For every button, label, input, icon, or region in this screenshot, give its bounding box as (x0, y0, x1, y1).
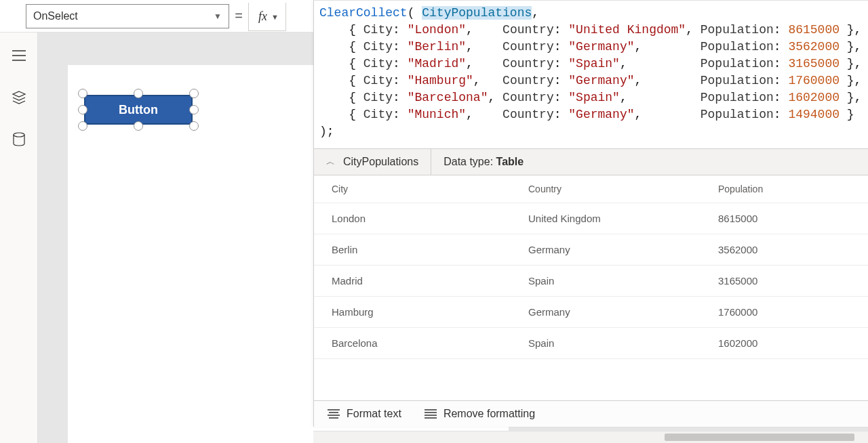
table-cell: Hamburg (332, 306, 528, 318)
property-selector-wrap: OnSelect ▼ (0, 0, 229, 28)
result-datatype-segment: Data type: Table (431, 149, 536, 175)
format-text-icon (328, 409, 340, 419)
table-header-cell[interactable]: City (332, 184, 528, 194)
property-selector-value: OnSelect (33, 10, 78, 22)
chevron-up-icon: ︿ (326, 156, 335, 168)
result-collection-segment[interactable]: ︿ CityPopulations (314, 149, 431, 175)
table-cell: Germany (528, 306, 718, 318)
table-header-row: City Country Population (314, 175, 868, 203)
property-selector[interactable]: OnSelect ▼ (26, 4, 229, 28)
result-bar: ︿ CityPopulations Data type: Table (314, 148, 868, 175)
remove-formatting-icon (425, 409, 437, 419)
resize-handle-top-left[interactable] (78, 89, 87, 98)
format-text-button[interactable]: Format text (328, 408, 401, 420)
remove-formatting-button[interactable]: Remove formatting (425, 408, 535, 420)
table-cell: 3562000 (718, 244, 860, 255)
layers-icon[interactable] (11, 89, 27, 106)
resize-handle-middle-left[interactable] (78, 105, 87, 114)
table-cell: Barcelona (332, 337, 528, 349)
data-type-label: Data type: (443, 156, 496, 167)
table-cell: Spain (528, 275, 718, 287)
resize-handle-bottom-left[interactable] (78, 121, 87, 131)
chevron-down-icon: ▼ (271, 13, 279, 21)
database-icon[interactable] (11, 131, 27, 148)
equals-sign: = (229, 0, 248, 24)
horizontal-scrollbar[interactable] (313, 431, 868, 443)
table-cell: Germany (528, 244, 718, 255)
formula-editor[interactable]: ClearCollect( CityPopulations, { City: "… (314, 0, 868, 148)
remove-formatting-label: Remove formatting (443, 408, 535, 420)
table-cell: London (332, 213, 528, 224)
table-cell: 1602000 (718, 337, 860, 349)
formula-panel: ClearCollect( CityPopulations, { City: "… (313, 0, 868, 427)
resize-handle-top-right[interactable] (189, 89, 199, 98)
button-label: Button (119, 103, 158, 117)
formula-footer-bar: Format text Remove formatting (314, 400, 868, 427)
table-row[interactable]: BerlinGermany3562000 (314, 234, 868, 266)
resize-handle-top-center[interactable] (134, 89, 143, 98)
table-row[interactable]: BarcelonaSpain1602000 (314, 328, 868, 359)
resize-handle-middle-right[interactable] (189, 105, 199, 114)
table-cell: United Kingdom (528, 213, 718, 224)
fx-dropdown[interactable]: fx ▼ (248, 3, 286, 31)
table-cell: Madrid (332, 275, 528, 287)
table-cell: 8615000 (718, 213, 860, 224)
table-row[interactable]: LondonUnited Kingdom8615000 (314, 203, 868, 234)
canvas-button-control[interactable]: Button (84, 95, 193, 125)
data-type-value: Table (496, 156, 524, 167)
resize-handle-bottom-center[interactable] (134, 121, 143, 131)
table-cell: Spain (528, 337, 718, 349)
table-header-cell[interactable]: Population (718, 184, 860, 194)
table-cell: 1760000 (718, 306, 860, 318)
resize-handle-bottom-right[interactable] (189, 121, 199, 131)
table-header-cell[interactable]: Country (528, 184, 718, 194)
scrollbar-thumb[interactable] (665, 434, 854, 441)
svg-point-0 (14, 133, 24, 137)
left-rail (0, 33, 38, 443)
table-cell: 3165000 (718, 275, 860, 287)
fx-label: fx (258, 9, 267, 24)
chevron-down-icon: ▼ (214, 12, 222, 21)
table-cell: Berlin (332, 244, 528, 255)
table-row[interactable]: HamburgGermany1760000 (314, 297, 868, 328)
result-collection-name: CityPopulations (343, 156, 418, 168)
data-preview-table: City Country Population LondonUnited Kin… (314, 175, 868, 400)
table-row[interactable]: MadridSpain3165000 (314, 266, 868, 297)
selected-control-bounding[interactable]: Button (84, 95, 193, 125)
hamburger-icon[interactable] (11, 47, 27, 64)
format-text-label: Format text (347, 408, 401, 420)
